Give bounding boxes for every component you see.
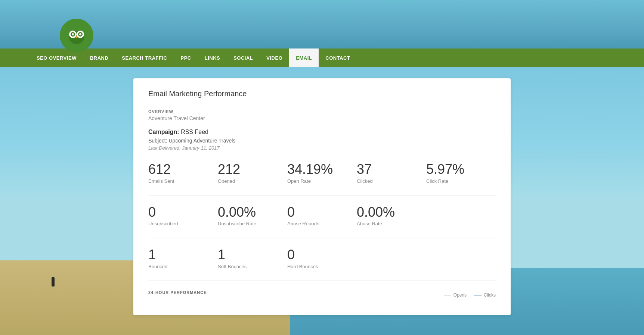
stat-value: 0.00% (218, 205, 280, 220)
performance-header: 24-HOUR PERFORMANCE Opens Clicks (148, 290, 496, 300)
nav-item-links[interactable]: LINKS (198, 48, 227, 67)
stat-item: 1 Bounced (148, 247, 218, 269)
stat-value: 612 (148, 162, 210, 177)
stat-value: 37 (357, 162, 419, 177)
stat-label: Bounced (148, 264, 210, 269)
delivered-label: Last Delivered: (148, 145, 182, 151)
divider-1 (148, 195, 496, 195)
stat-item: 0 Hard Bounces (287, 247, 357, 269)
performance-title: 24-HOUR PERFORMANCE (148, 290, 207, 295)
legend-clicks: Clicks (474, 292, 496, 298)
stat-spacer (426, 247, 496, 269)
divider-3 (148, 281, 496, 281)
stat-label: Soft Bounces (218, 264, 280, 269)
opens-line (444, 295, 451, 295)
stat-label: Abuse Reports (287, 221, 349, 226)
content-card: Email Marketing Performance OVERVIEW Adv… (133, 78, 511, 315)
stat-item: 212 Opened (218, 162, 287, 184)
nav-item-email[interactable]: EMAIL (289, 48, 319, 67)
stat-value: 1 (148, 247, 210, 262)
divider-2 (148, 238, 496, 238)
svg-point-5 (72, 33, 74, 35)
stat-value: 0 (287, 205, 349, 220)
campaign-name: RSS Feed (181, 129, 208, 135)
stats-row-3: 1 Bounced 1 Soft Bounces 0 Hard Bounces (148, 247, 496, 269)
clicks-label: Clicks (484, 292, 496, 298)
page-title: Email Marketing Performance (148, 90, 496, 98)
page-body: Email Marketing Performance OVERVIEW Adv… (0, 67, 644, 335)
stat-label: Unsubscribed (148, 221, 210, 226)
stats-row-2: 0 Unsubscribed 0.00% Unsubscribe Rate 0 … (148, 205, 496, 227)
stat-item: 1 Soft Bounces (218, 247, 287, 269)
main-navigation: SEO OVERVIEWBRANDSEARCH TRAFFICPPCLINKSS… (0, 48, 644, 67)
nav-item-social[interactable]: SOCIAL (227, 48, 260, 67)
stat-value: 212 (218, 162, 280, 177)
stat-value: 1 (218, 247, 280, 262)
subject-line: Subject: Upcoming Adventure Travels (148, 138, 496, 144)
stat-value: 0 (287, 247, 349, 262)
stat-label: Abuse Rate (357, 221, 419, 226)
stat-label: Emails Sent (148, 178, 210, 184)
stat-value: 34.19% (287, 162, 349, 177)
stat-item: 0 Abuse Reports (287, 205, 357, 227)
campaign-line: Campaign: RSS Feed (148, 129, 496, 135)
stat-item: 612 Emails Sent (148, 162, 218, 184)
stats-row-1: 612 Emails Sent 212 Opened 34.19% Open R… (148, 162, 496, 184)
overview-label: OVERVIEW (148, 109, 496, 114)
nav-item-ppc[interactable]: PPC (174, 48, 198, 67)
legend-opens: Opens (444, 292, 467, 298)
nav-item-search-traffic[interactable]: SEARCH TRAFFIC (115, 48, 174, 67)
logo (60, 19, 93, 52)
nav-item-brand[interactable]: BRAND (83, 48, 115, 67)
delivered-value: January 11, 2017 (182, 145, 219, 151)
company-name: Adventure Travel Center (148, 115, 496, 121)
delivered-line: Last Delivered: January 11, 2017 (148, 145, 496, 151)
opens-label: Opens (453, 292, 467, 298)
person-silhouette (52, 277, 55, 287)
stat-item: 34.19% Open Rate (287, 162, 357, 184)
nav-item-video[interactable]: VIDEO (260, 48, 289, 67)
clicks-line (474, 295, 482, 295)
stat-item: 5.97% Click Rate (426, 162, 496, 184)
stat-value: 5.97% (426, 162, 488, 177)
content-wrapper: Email Marketing Performance OVERVIEW Adv… (89, 67, 555, 326)
stat-label: Open Rate (287, 178, 349, 184)
stat-label: Clicked (357, 178, 419, 184)
stat-label: Unsubscribe Rate (218, 221, 280, 226)
stat-value: 0.00% (357, 205, 419, 220)
stat-label: Opened (218, 178, 280, 184)
stat-spacer (357, 247, 426, 269)
campaign-label: Campaign: (148, 129, 179, 135)
stat-value: 0 (148, 205, 210, 220)
hero-section (0, 0, 644, 48)
stat-label: Click Rate (426, 178, 488, 184)
stat-item: 37 Clicked (357, 162, 426, 184)
stat-label: Hard Bounces (287, 264, 349, 269)
stat-spacer (426, 205, 496, 227)
svg-point-6 (79, 33, 81, 35)
stat-item: 0 Unsubscribed (148, 205, 218, 227)
chart-legend: Opens Clicks (444, 292, 496, 298)
subject-value: Upcoming Adventure Travels (168, 138, 235, 144)
stat-item: 0.00% Unsubscribe Rate (218, 205, 287, 227)
stat-item: 0.00% Abuse Rate (357, 205, 426, 227)
nav-item-contact[interactable]: CONTACT (319, 48, 357, 67)
subject-label: Subject: (148, 138, 168, 144)
